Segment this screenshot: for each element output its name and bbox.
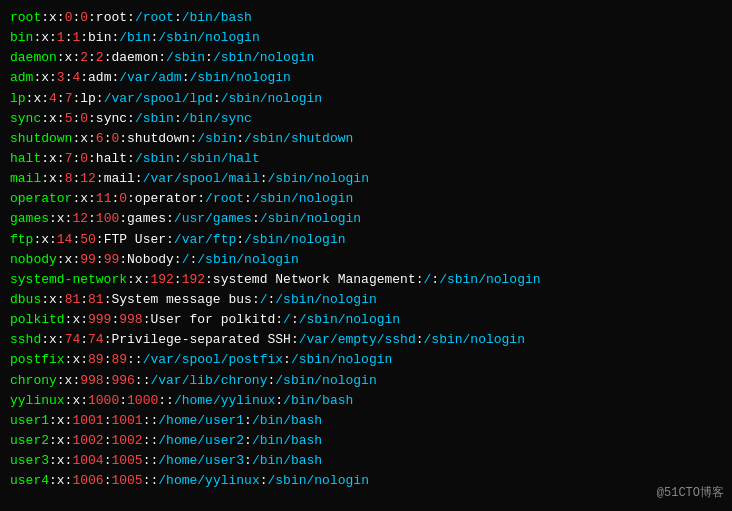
- terminal-line: games:x:12:100:games:/usr/games:/sbin/no…: [10, 209, 722, 229]
- terminal-text: halt: [10, 151, 41, 166]
- terminal-text: 89: [88, 352, 104, 367]
- terminal-text: daemon: [10, 50, 57, 65]
- terminal-text: :x:: [41, 151, 64, 166]
- terminal-text: 2: [80, 50, 88, 65]
- terminal-line: mail:x:8:12:mail:/var/spool/mail:/sbin/n…: [10, 169, 722, 189]
- terminal-text: :: [119, 393, 127, 408]
- terminal-line: sync:x:5:0:sync:/sbin:/bin/sync: [10, 109, 722, 129]
- terminal-text: /sbin/nologin: [439, 272, 540, 287]
- terminal-text: :x:: [41, 292, 64, 307]
- terminal-text: /sbin/halt: [182, 151, 260, 166]
- terminal-text: nobody: [10, 252, 57, 267]
- terminal-text: /sbin/nologin: [252, 191, 353, 206]
- terminal-text: /sbin/nologin: [197, 252, 298, 267]
- terminal-text: shutdown: [10, 131, 72, 146]
- terminal-text: /bin/bash: [252, 413, 322, 428]
- terminal-text: 998: [80, 373, 103, 388]
- terminal-text: :: [416, 332, 424, 347]
- terminal-text: :: [80, 332, 88, 347]
- terminal-text: /home/yylinux: [158, 473, 259, 488]
- terminal-text: ::: [127, 352, 143, 367]
- terminal-text: :: [244, 413, 252, 428]
- terminal-text: :x:: [41, 111, 64, 126]
- terminal-text: /sbin: [197, 131, 236, 146]
- terminal-text: /sbin: [166, 50, 205, 65]
- terminal-text: 1005: [111, 453, 142, 468]
- terminal-text: :x:: [49, 453, 72, 468]
- terminal-text: :: [283, 352, 291, 367]
- terminal-text: :x:: [49, 413, 72, 428]
- terminal-text: :x:: [65, 352, 88, 367]
- terminal-text: :: [252, 211, 260, 226]
- terminal-text: 1006: [72, 473, 103, 488]
- terminal-text: :User for polkitd:: [143, 312, 283, 327]
- terminal-text: :: [88, 50, 96, 65]
- terminal-text: 1001: [111, 413, 142, 428]
- terminal-text: :systemd Network Management:: [205, 272, 423, 287]
- terminal-text: :: [96, 252, 104, 267]
- watermark: @51CTO博客: [657, 484, 724, 503]
- terminal-text: :adm:: [80, 70, 119, 85]
- terminal-text: :: [182, 70, 190, 85]
- terminal-line: halt:x:7:0:halt:/sbin:/sbin/halt: [10, 149, 722, 169]
- terminal-text: :x:: [49, 433, 72, 448]
- terminal-text: :x:: [127, 272, 150, 287]
- terminal-text: :: [205, 50, 213, 65]
- terminal-text: ::: [143, 453, 159, 468]
- terminal-text: 1002: [72, 433, 103, 448]
- terminal-text: 11: [96, 191, 112, 206]
- terminal-text: /sbin/nologin: [291, 352, 392, 367]
- terminal-text: 74: [88, 332, 104, 347]
- terminal-text: :x:: [57, 252, 80, 267]
- terminal-text: 1000: [88, 393, 119, 408]
- terminal-text: adm: [10, 70, 33, 85]
- terminal-line: shutdown:x:6:0:shutdown:/sbin:/sbin/shut…: [10, 129, 722, 149]
- terminal-text: /sbin/nologin: [244, 232, 345, 247]
- terminal-text: 81: [65, 292, 81, 307]
- terminal-text: /sbin/nologin: [190, 70, 291, 85]
- terminal-line: sshd:x:74:74:Privilege-separated SSH:/va…: [10, 330, 722, 350]
- terminal-text: /bin/bash: [283, 393, 353, 408]
- terminal-text: yylinux: [10, 393, 65, 408]
- terminal-text: :: [431, 272, 439, 287]
- terminal-text: /var/ftp: [174, 232, 236, 247]
- terminal-text: :: [244, 191, 252, 206]
- terminal-text: 998: [119, 312, 142, 327]
- terminal-text: /root: [135, 10, 174, 25]
- terminal-text: :: [244, 433, 252, 448]
- terminal-line: nobody:x:99:99:Nobody:/:/sbin/nologin: [10, 250, 722, 270]
- terminal-text: 999: [88, 312, 111, 327]
- terminal-text: ::: [158, 393, 174, 408]
- terminal-text: 1001: [72, 413, 103, 428]
- terminal-text: :: [244, 453, 252, 468]
- terminal-text: user1: [10, 413, 49, 428]
- terminal-text: /home/user3: [158, 453, 244, 468]
- terminal-text: lp: [10, 91, 26, 106]
- terminal-text: systemd-network: [10, 272, 127, 287]
- terminal-text: :x:: [33, 70, 56, 85]
- terminal-text: :Nobody:: [119, 252, 181, 267]
- terminal-text: 996: [111, 373, 134, 388]
- terminal-text: :halt:: [88, 151, 135, 166]
- terminal-text: :: [174, 111, 182, 126]
- terminal-text: :: [174, 151, 182, 166]
- terminal-text: :bin:: [80, 30, 119, 45]
- terminal-text: /sbin/shutdown: [244, 131, 353, 146]
- terminal-text: :games:: [119, 211, 174, 226]
- terminal-text: /var/adm: [119, 70, 181, 85]
- terminal-text: :: [88, 211, 96, 226]
- terminal-output: root:x:0:0:root:/root:/bin/bashbin:x:1:1…: [10, 8, 722, 491]
- terminal-text: :: [80, 292, 88, 307]
- terminal-text: :: [213, 91, 221, 106]
- terminal-text: sync: [10, 111, 41, 126]
- terminal-text: user2: [10, 433, 49, 448]
- terminal-text: 100: [96, 211, 119, 226]
- terminal-text: :: [260, 171, 268, 186]
- terminal-text: 4: [49, 91, 57, 106]
- terminal-line: user4:x:1006:1005::/home/yylinux:/sbin/n…: [10, 471, 722, 491]
- terminal-text: :x:: [57, 373, 80, 388]
- terminal-text: /var/lib/chrony: [150, 373, 267, 388]
- terminal-text: 81: [88, 292, 104, 307]
- terminal-text: /root: [205, 191, 244, 206]
- terminal-text: :daemon:: [104, 50, 166, 65]
